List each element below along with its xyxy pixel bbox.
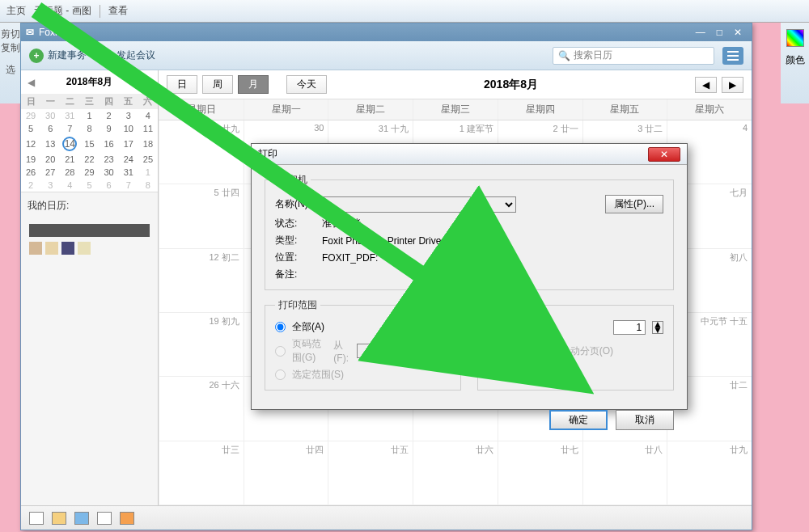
copies-legend: 份数 [488, 298, 514, 312]
rss-icon[interactable] [120, 512, 134, 525]
type-value: Foxit Phantom Printer Driver [322, 235, 444, 247]
calendar-list [21, 219, 158, 260]
mail-icon[interactable] [29, 512, 44, 525]
color-label: 颜色 [786, 53, 805, 67]
copies-label: 份数(C): [488, 321, 528, 335]
calendar-item[interactable] [29, 224, 150, 237]
collate-checkbox [544, 346, 554, 357]
properties-button[interactable]: 属性(P)... [605, 195, 663, 213]
mini-cal-next[interactable]: ▶ [144, 77, 151, 88]
type-label: 类型: [275, 234, 316, 247]
range-selection-radio [275, 369, 286, 380]
foxmail-icon: ✉ [26, 27, 34, 38]
statusbar [21, 505, 752, 530]
print-dialog-titlebar[interactable]: 打印 ✕ [252, 144, 687, 165]
status-value: 准备就绪 [322, 217, 361, 230]
color-ribbon: 颜色 [781, 23, 809, 103]
start-meeting-button[interactable]: ◷ 发起会议 [98, 49, 155, 63]
contacts-icon[interactable] [52, 512, 66, 525]
sidebar: ◀ 2018年8月 ▶ 日一二三四五六 2930311234 567891011… [21, 70, 159, 505]
maximize-icon[interactable]: □ [717, 27, 722, 38]
search-icon: 🔍 [558, 50, 570, 61]
foxmail-title: Foxmail [39, 27, 73, 38]
range-all-radio[interactable] [275, 322, 286, 332]
copies-input[interactable] [613, 320, 646, 335]
view-today-button[interactable]: 今天 [286, 75, 327, 94]
cal-prev[interactable]: ◀ [695, 77, 717, 93]
status-label: 状态: [275, 217, 316, 230]
cal-color[interactable] [61, 242, 74, 255]
copy-btn[interactable]: 复制 [0, 41, 20, 55]
foxmail-titlebar[interactable]: ✉Foxmail — □ ✕ [21, 23, 752, 41]
search-placeholder: 搜索日历 [574, 49, 612, 62]
cal-next[interactable]: ▶ [722, 77, 743, 93]
new-event-button[interactable]: + 新建事务 [29, 49, 87, 63]
view-day-button[interactable]: 日 [167, 75, 197, 94]
copies-down[interactable]: ▼ [653, 327, 663, 333]
ok-button[interactable]: 确定 [549, 410, 608, 430]
weekday-header: 星期日星期一星期二星期三星期四星期五星期六 [159, 99, 752, 120]
view-month-button[interactable]: 月 [238, 75, 269, 94]
copies-group: 份数 份数(C):▲▼ 1¹ 2² 3³ 自动分页(O) [477, 298, 674, 391]
paint-title: 无标题 - 画图 [34, 4, 91, 18]
mini-calendar[interactable]: 日一二三四五六 2930311234 567891011 12131415161… [21, 94, 158, 192]
cal-color[interactable] [78, 242, 91, 255]
name-label: 名称(N): [275, 197, 316, 211]
print-dialog-title: 打印 [258, 147, 277, 161]
comment-label: 备注: [275, 268, 316, 281]
mini-cal-month: 2018年8月 [66, 75, 112, 89]
color-swatch[interactable] [786, 29, 804, 47]
range-selection-label: 选定范围(S) [292, 368, 344, 382]
close-icon[interactable]: ✕ [734, 27, 742, 38]
range-pages-radio [275, 346, 286, 357]
collate-label: 自动分页(O) [561, 344, 613, 358]
search-input[interactable]: 🔍 搜索日历 [553, 47, 714, 65]
cut-btn[interactable]: 剪切 [0, 27, 20, 41]
new-event-label: 新建事务 [48, 49, 87, 62]
from-input [357, 344, 389, 358]
plus-icon: + [29, 49, 44, 63]
collate-icon: 1¹ 2² 3³ [488, 344, 537, 358]
my-calendars-label: 我的日历: [21, 192, 158, 219]
location-label: 位置: [275, 251, 316, 264]
left-ribbon: 剪切 复制 选 [0, 23, 20, 103]
start-meeting-label: 发起会议 [116, 49, 155, 62]
paint-home-tab[interactable]: 主页 [6, 4, 26, 18]
close-button[interactable]: ✕ [648, 147, 680, 162]
paint-view-tab[interactable]: 查看 [108, 4, 128, 18]
from-label: 从(F): [333, 339, 349, 364]
view-week-button[interactable]: 周 [202, 75, 233, 94]
print-dialog: 打印 ✕ 打印机 名称(N): 属性(P)... 状态:准备就绪 类型:Foxi… [251, 143, 688, 410]
paint-ribbon: 主页 无标题 - 画图 查看 [0, 0, 809, 23]
range-legend: 打印范围 [275, 298, 320, 312]
calendar-toolbar: 日 周 月 今天 2018年8月 ◀ ▶ [159, 70, 752, 99]
printer-select[interactable] [322, 196, 516, 213]
mini-cal-prev[interactable]: ◀ [28, 77, 35, 88]
cal-color[interactable] [45, 242, 58, 255]
to-label: 到(T): [396, 339, 412, 364]
calendar-title: 2018年8月 [332, 78, 690, 92]
range-group: 打印范围 全部(A) 页码范围(G) 从(F): 到(T): 选定范围(S) [265, 298, 461, 391]
calendar-icon[interactable] [74, 512, 89, 525]
range-all-label: 全部(A) [292, 320, 324, 334]
notes-icon[interactable] [97, 512, 112, 525]
select-btn[interactable]: 选 [0, 63, 20, 77]
cal-color[interactable] [29, 242, 42, 255]
clock-icon: ◷ [98, 49, 112, 63]
cancel-button[interactable]: 取消 [616, 410, 674, 430]
range-pages-label: 页码范围(G) [292, 337, 327, 365]
location-value: FOXIT_PDF: [322, 252, 378, 264]
foxmail-toolbar: + 新建事务 ◷ 发起会议 🔍 搜索日历 [21, 41, 752, 70]
to-input [418, 344, 451, 358]
printer-group: 打印机 名称(N): 属性(P)... 状态:准备就绪 类型:Foxit Pha… [265, 173, 674, 290]
printer-legend: 打印机 [275, 173, 311, 187]
minimize-icon[interactable]: — [696, 27, 705, 38]
menu-button[interactable] [722, 47, 743, 65]
